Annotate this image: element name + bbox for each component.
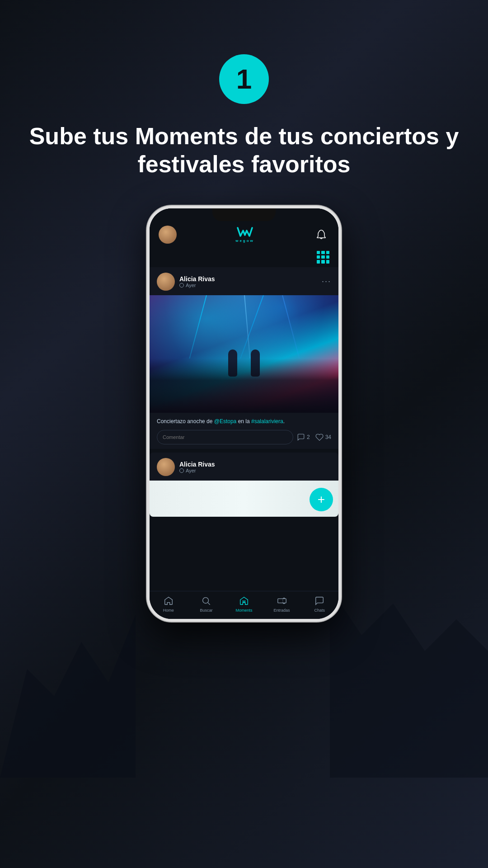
wegow-icon	[237, 226, 253, 239]
time-icon-1	[179, 283, 184, 288]
post-username-2: Alicia Rivas	[179, 461, 215, 468]
nav-item-moments[interactable]: M Moments	[225, 595, 263, 613]
laser-1	[183, 295, 207, 359]
post-time-1: Ayer	[179, 283, 215, 288]
action-buttons-1: 2 34	[297, 433, 331, 441]
feed-content: Alicia Rivas Ayer ···	[150, 267, 338, 591]
post-avatar-1[interactable]	[157, 273, 175, 291]
nav-label-entradas: Entradas	[274, 608, 290, 613]
nav-label-home: Home	[163, 608, 174, 613]
app-logo: wegow	[235, 226, 254, 243]
laser-lines	[150, 295, 338, 359]
post-header-2: Alicia Rivas Ayer	[150, 453, 338, 481]
step-section: 1 Sube tus Moments de tus conciertos y f…	[0, 0, 488, 206]
svg-point-0	[203, 597, 209, 603]
post-footer-1: Conciertazo anoche de @Estopa en la #sal…	[150, 413, 338, 449]
post-avatar-2[interactable]	[157, 458, 175, 476]
concert-crowd-overlay	[150, 359, 338, 413]
app-logo-text: wegow	[235, 239, 254, 243]
post-actions-1: 2 34	[157, 430, 331, 444]
heart-icon-1	[315, 433, 324, 441]
post-caption-1: Conciertazo anoche de @Estopa en la #sal…	[157, 417, 331, 425]
laser-4	[282, 295, 306, 359]
ticket-icon	[276, 595, 288, 607]
svg-rect-2	[277, 599, 286, 603]
phone-mockup: wegow	[147, 206, 341, 622]
like-count-1: 34	[325, 434, 331, 440]
bottom-nav: Home Buscar	[150, 591, 338, 619]
grid-view-icon[interactable]	[317, 251, 329, 264]
phone-screen: wegow	[150, 208, 338, 619]
nav-label-chats: Chats	[314, 608, 325, 613]
time-icon-2	[179, 468, 184, 473]
home-icon	[163, 595, 174, 607]
post-more-button-1[interactable]: ···	[322, 277, 331, 286]
bell-icon[interactable]	[313, 226, 329, 243]
nav-item-entradas[interactable]: Entradas	[263, 595, 301, 613]
phone-notch	[212, 208, 276, 221]
nav-label-moments: Moments	[235, 608, 252, 613]
post-user-info-1: Alicia Rivas Ayer	[157, 273, 215, 291]
step-number: 1	[236, 65, 252, 93]
post-user-details-2: Alicia Rivas Ayer	[179, 461, 215, 473]
search-icon	[200, 595, 212, 607]
comment-count-1: 2	[307, 434, 310, 440]
concert-image	[150, 295, 338, 413]
step-circle: 1	[219, 54, 269, 104]
post-header-1: Alicia Rivas Ayer ···	[150, 267, 338, 295]
nav-item-chats[interactable]: Chats	[300, 595, 338, 613]
nav-item-buscar[interactable]: Buscar	[188, 595, 225, 613]
nav-label-buscar: Buscar	[200, 608, 212, 613]
header-avatar[interactable]	[159, 226, 177, 244]
post-user-info-2: Alicia Rivas Ayer	[157, 458, 215, 476]
post-card-2: Alicia Rivas Ayer +	[150, 453, 338, 517]
moments-icon: M	[238, 595, 250, 607]
comment-icon-1	[297, 433, 305, 441]
avatar-face	[159, 226, 177, 244]
laser-3	[232, 295, 263, 359]
grid-icon-row	[150, 249, 338, 267]
phone-container: wegow	[0, 206, 488, 622]
comment-input-1[interactable]	[157, 430, 293, 444]
nav-item-home[interactable]: Home	[150, 595, 188, 613]
post-card-1: Alicia Rivas Ayer ···	[150, 267, 338, 449]
comment-button-1[interactable]: 2	[297, 433, 310, 441]
like-button-1[interactable]: 34	[315, 433, 331, 441]
post-user-details-1: Alicia Rivas Ayer	[179, 275, 215, 288]
svg-text:M: M	[243, 599, 246, 604]
chat-icon	[314, 595, 325, 607]
post-time-2: Ayer	[179, 468, 215, 473]
post-username-1: Alicia Rivas	[179, 275, 215, 283]
step-title: Sube tus Moments de tus conciertos y fes…	[0, 122, 488, 179]
add-moment-button[interactable]: +	[310, 488, 333, 511]
